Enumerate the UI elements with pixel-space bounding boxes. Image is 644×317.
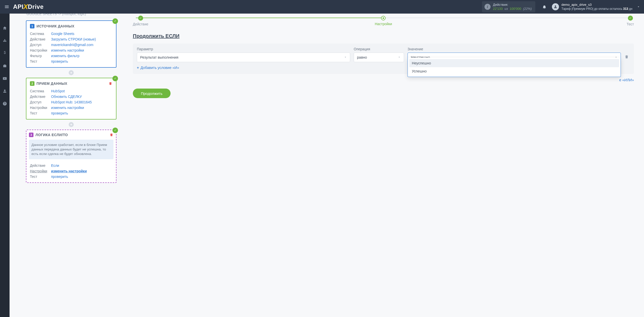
card-source: 1 ИСТОЧНИК ДАННЫХ СистемаGoogle Sheets Д…	[26, 20, 116, 68]
dest-action[interactable]: Обновить СДЕЛКУ	[51, 94, 82, 99]
delete-logic-icon[interactable]	[109, 133, 113, 137]
nav-connections-icon[interactable]	[0, 37, 10, 44]
avatar[interactable]	[552, 3, 559, 10]
filter-block: Параметр Результат выполнения Операция р…	[133, 44, 634, 74]
source-filter[interactable]: изменить фильтр	[51, 53, 79, 59]
dest-settings[interactable]: изменить настройки	[51, 105, 84, 110]
logo[interactable]: API X Drive	[13, 3, 44, 11]
check-badge-icon	[112, 128, 118, 133]
user-menu-toggle[interactable]	[635, 5, 642, 9]
logic-test[interactable]: проверить	[51, 174, 68, 179]
nav-account-icon[interactable]	[0, 88, 10, 95]
step-action[interactable]: Действие	[133, 16, 148, 26]
card-logic: 3 ЛОГИКА ЕСЛИ/ТО Данное условие сработае…	[26, 130, 116, 183]
actions-counter[interactable]: i Действия: 22'133 из 100'000 (22%)	[482, 1, 535, 12]
source-test[interactable]: проверить	[51, 59, 68, 64]
op-select[interactable]: равно	[354, 53, 404, 62]
actions-title: Действия:	[493, 3, 532, 7]
card-source-title: ИСТОЧНИК ДАННЫХ	[36, 24, 74, 28]
logic-banner: Данное условие сработает, если в блоке П…	[29, 140, 113, 159]
actions-numbers: 22'133 из 100'000 (22%)	[493, 7, 532, 11]
param-select[interactable]: Результат выполнения	[137, 53, 350, 62]
card-destination-title: ПРИЕМ ДАННЫХ	[36, 82, 67, 86]
add-and-condition[interactable]: +Добавить условие «И»	[137, 66, 179, 70]
topbar: API X Drive i Действия: 22'133 из 100'00…	[0, 0, 644, 14]
source-action[interactable]: Загрузить СТРОКИ (новые)	[51, 36, 96, 42]
section-title: Продолжить ЕСЛИ	[133, 33, 634, 39]
svg-rect-0	[3, 41, 4, 42]
logo-x: X	[23, 3, 28, 11]
logo-api: API	[13, 3, 24, 10]
val-dropdown: Неуспешно Успешно	[408, 58, 621, 77]
val-label: Значение	[408, 47, 621, 51]
nav-help-icon[interactable]	[0, 100, 10, 107]
logic-action[interactable]: Если	[51, 163, 59, 168]
logo-drive: Drive	[28, 3, 44, 10]
dest-system[interactable]: HubSpot	[51, 88, 65, 94]
delete-condition-icon[interactable]	[624, 55, 630, 60]
add-or-condition[interactable]: е «ИЛИ»	[133, 78, 634, 82]
svg-rect-5	[4, 41, 6, 41]
step-number-2: 2	[30, 81, 34, 86]
user-name: demo_apix_drive_s3	[561, 3, 632, 7]
nav-home-icon[interactable]	[0, 25, 10, 32]
nav-billing-icon[interactable]	[0, 50, 10, 57]
svg-rect-2	[6, 41, 6, 42]
step-number-1: 1	[30, 24, 34, 28]
dropdown-option[interactable]: Неуспешно	[409, 59, 619, 67]
step-settings[interactable]: Настройки	[375, 16, 392, 26]
dest-access[interactable]: HubSpot Hub: 143801645	[51, 99, 92, 105]
delete-destination-icon[interactable]	[108, 82, 112, 86]
card-destination: 2 ПРИЕМ ДАННЫХ СистемаHubSpot ДействиеОб…	[26, 78, 116, 120]
source-settings[interactable]: изменить настройки	[51, 48, 84, 53]
add-step-button[interactable]: +	[69, 70, 74, 75]
info-icon: i	[485, 4, 491, 10]
source-system[interactable]: Google Sheets	[51, 31, 74, 36]
check-badge-icon	[112, 76, 118, 81]
param-label: Параметр	[137, 47, 350, 51]
card-source-rows: СистемаGoogle Sheets ДействиеЗагрузить С…	[30, 31, 112, 64]
step-number-3: 3	[29, 133, 33, 137]
menu-toggle[interactable]	[2, 0, 12, 14]
user-block[interactable]: demo_apix_drive_s3 Тариф |Премиум PRO| д…	[561, 3, 632, 11]
step-test[interactable]: Тест	[627, 16, 634, 26]
dest-test[interactable]: проверить	[51, 110, 68, 116]
user-tariff: Тариф |Премиум PRO| до оплаты осталось 3…	[561, 7, 632, 11]
svg-rect-3	[5, 39, 5, 40]
dropdown-option[interactable]: Успешно	[409, 67, 619, 75]
check-badge-icon	[112, 18, 118, 24]
side-nav	[0, 14, 10, 317]
notifications-icon[interactable]	[540, 5, 549, 9]
chevron-down-icon	[344, 55, 347, 59]
nav-video-icon[interactable]	[0, 75, 10, 82]
source-access[interactable]: maverickandrii@gmail.com	[51, 42, 93, 48]
logic-settings[interactable]: изменить настройки	[51, 168, 87, 174]
stepper: Действие Настройки Тест	[133, 16, 634, 26]
add-step-button[interactable]: +	[69, 122, 74, 127]
nav-briefcase-icon[interactable]	[0, 62, 10, 69]
chevron-down-icon	[398, 55, 401, 59]
svg-rect-1	[5, 41, 5, 42]
continue-button[interactable]: Продолжить	[133, 89, 171, 98]
op-label: Операция	[354, 47, 404, 51]
breadcrumb: GOOGLE SHEETS -> (hubspot, logic)	[26, 14, 116, 17]
card-logic-title: ЛОГИКА ЕСЛИ/ТО	[35, 133, 68, 137]
